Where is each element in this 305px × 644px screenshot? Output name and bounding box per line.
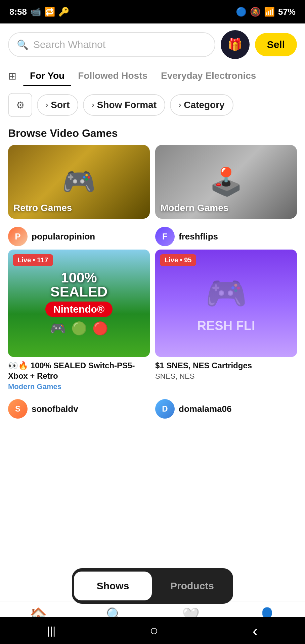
status-bar: 8:58 📹 🔁 🔑 🔵 🔕 📶 57%	[0, 0, 305, 23]
host-item-domalama06[interactable]: D domalama06	[155, 399, 297, 419]
category-button[interactable]: › Category	[170, 94, 233, 116]
fresh-flips-text: RESH FLI	[197, 319, 255, 333]
category-cards: 🎮 Retro Games 🕹️ Modern Games	[0, 145, 305, 227]
stream-card-freshflips[interactable]: F freshflips Live • 95 🎮 RESH FLI $1 SNE…	[155, 227, 297, 391]
host-avatar-popularopinion: P	[8, 227, 28, 246]
name-sonofbaldv: sonofbaldv	[32, 404, 78, 414]
host-name-freshflips: freshflips	[179, 231, 218, 242]
host-name-popularopinion: popularopinion	[32, 231, 95, 242]
avatar-sonofbaldv: S	[8, 399, 28, 419]
tab-for-you[interactable]: For You	[23, 66, 71, 86]
status-time: 8:58	[9, 7, 27, 17]
stream-sub-freshflips: SNES, NES	[155, 372, 297, 381]
search-area: 🔍 Search Whatnot 🎁 Sell	[0, 23, 305, 62]
retro-games-icon: 🎮	[62, 166, 96, 198]
sell-button[interactable]: Sell	[255, 33, 297, 56]
name-domalama06: domalama06	[179, 404, 232, 414]
filter-row: ⚙ › Sort › Show Format › Category	[0, 86, 305, 124]
sort-chevron-icon: ›	[46, 101, 48, 109]
mute-icon: 🔕	[250, 7, 261, 17]
tabs-area: ⊞ For You Followed Hosts Everyday Electr…	[0, 62, 305, 86]
stream-tag-popularopinion: Modern Games	[8, 382, 150, 391]
shows-products-popup: Shows Products	[72, 568, 233, 604]
sync-icon: 🔁	[44, 7, 55, 17]
popup-shows-button[interactable]: Shows	[74, 572, 152, 600]
signal-icon: 📶	[264, 7, 275, 17]
gift-icon: 🎁	[227, 38, 243, 52]
search-placeholder: Search Whatnot	[33, 39, 105, 50]
search-bar[interactable]: 🔍 Search Whatnot	[8, 32, 215, 57]
filter-settings-button[interactable]: ⚙	[8, 93, 32, 117]
recent-apps-button[interactable]: |||	[47, 625, 55, 637]
gift-button[interactable]: 🎁	[221, 30, 250, 59]
live-badge-freshflips: Live • 95	[160, 254, 196, 266]
live-badge-popularopinion: Live • 117	[13, 254, 53, 266]
settings-icon: ⚙	[16, 100, 25, 111]
modern-games-card[interactable]: 🕹️ Modern Games	[155, 145, 297, 219]
stream-title-popularopinion: 👀🔥 100% SEALED Switch-PS5-Xbox + Retro	[8, 360, 150, 381]
modern-games-label: Modern Games	[161, 203, 228, 213]
avatar-domalama06: D	[155, 399, 175, 419]
camera-icon: 📹	[30, 7, 41, 17]
search-icon: 🔍	[17, 39, 29, 50]
stream-thumb-text: 100%SEALED	[50, 271, 107, 299]
home-circle-button[interactable]: ○	[150, 623, 158, 639]
system-nav-bar: ||| ○ ‹	[0, 617, 305, 644]
show-format-button[interactable]: › Show Format	[83, 94, 165, 116]
more-hosts-row: S sonofbaldv D domalama06	[0, 399, 305, 427]
retro-games-label: Retro Games	[13, 203, 72, 213]
nintendo-badge: Nintendo®	[45, 302, 113, 317]
host-avatar-freshflips: F	[155, 227, 175, 246]
format-chevron-icon: ›	[92, 101, 94, 109]
sort-button[interactable]: › Sort	[37, 94, 78, 116]
streams-grid: P popularopinion Live • 117 100%SEALED N…	[0, 227, 305, 399]
controller-icon: 🎮	[205, 274, 247, 313]
back-button[interactable]: ‹	[253, 622, 258, 640]
stream-thumbnail-freshflips: Live • 95 🎮 RESH FLI	[155, 250, 297, 357]
host-item-sonofbaldv[interactable]: S sonofbaldv	[8, 399, 150, 419]
modern-games-icon: 🕹️	[209, 166, 243, 198]
browse-section-title: Browse Video Games	[0, 124, 305, 145]
grid-icon[interactable]: ⊞	[8, 70, 16, 82]
bluetooth-icon: 🔵	[236, 7, 247, 17]
stream-thumbnail-popularopinion: Live • 117 100%SEALED Nintendo® 🎮🟢🔴	[8, 250, 150, 357]
platform-icons: 🎮🟢🔴	[50, 321, 108, 336]
category-chevron-icon: ›	[179, 101, 181, 109]
tab-everyday-electronics[interactable]: Everyday Electronics	[154, 66, 263, 86]
tab-followed-hosts[interactable]: Followed Hosts	[71, 66, 154, 86]
stream-title-freshflips: $1 SNES, NES Cartridges	[155, 360, 297, 371]
retro-games-card[interactable]: 🎮 Retro Games	[8, 145, 150, 219]
popup-products-button[interactable]: Products	[153, 572, 231, 600]
stream-card-popularopinion[interactable]: P popularopinion Live • 117 100%SEALED N…	[8, 227, 150, 391]
key-icon: 🔑	[58, 7, 69, 17]
battery-level: 57%	[278, 7, 296, 17]
